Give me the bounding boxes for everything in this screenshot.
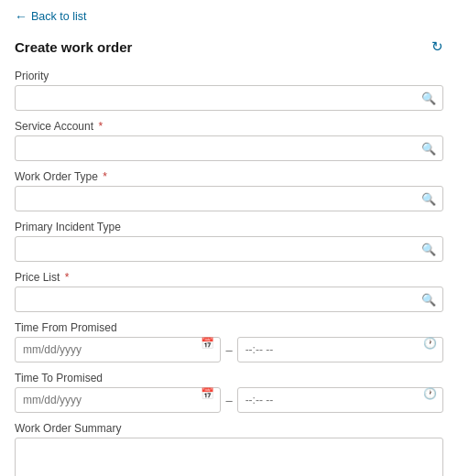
time-from-dash: – bbox=[224, 343, 233, 357]
service-account-input[interactable] bbox=[15, 135, 443, 161]
back-arrow-icon: ← bbox=[15, 9, 27, 24]
time-to-time-input[interactable] bbox=[237, 387, 443, 413]
time-from-date-input[interactable] bbox=[15, 337, 221, 362]
time-from-date-wrapper: 📅 bbox=[15, 337, 221, 362]
back-link[interactable]: ← Back to list bbox=[15, 9, 443, 24]
work-order-summary-textarea-wrapper: ⇗ bbox=[15, 438, 443, 476]
work-order-type-required: * bbox=[100, 170, 107, 183]
price-list-field-group: Price List * 🔍 bbox=[15, 271, 443, 312]
refresh-icon[interactable]: ↻ bbox=[431, 38, 443, 55]
primary-incident-type-input[interactable] bbox=[15, 236, 443, 262]
back-link-text: Back to list bbox=[31, 10, 86, 23]
service-account-label: Service Account * bbox=[15, 120, 443, 133]
time-to-promised-field-group: Time To Promised 📅 – 🕐 bbox=[15, 372, 443, 413]
price-list-label: Price List * bbox=[15, 271, 443, 284]
service-account-required: * bbox=[95, 120, 103, 133]
time-from-time-wrapper: 🕐 bbox=[237, 337, 443, 362]
time-from-promised-label: Time From Promised bbox=[15, 321, 443, 334]
time-to-promised-row: 📅 – 🕐 bbox=[15, 387, 443, 413]
primary-incident-type-label: Primary Incident Type bbox=[15, 221, 443, 233]
time-to-date-wrapper: 📅 bbox=[15, 387, 221, 413]
work-order-type-label: Work Order Type * bbox=[15, 170, 443, 183]
time-to-promised-label: Time To Promised bbox=[15, 372, 443, 384]
work-order-type-field-group: Work Order Type * 🔍 bbox=[15, 170, 443, 211]
priority-input-wrapper: 🔍 bbox=[15, 85, 443, 111]
time-to-time-wrapper: 🕐 bbox=[237, 387, 443, 413]
time-from-promised-field-group: Time From Promised 📅 – 🕐 bbox=[15, 321, 443, 362]
primary-incident-type-input-wrapper: 🔍 bbox=[15, 236, 443, 262]
work-order-type-input-wrapper: 🔍 bbox=[15, 186, 443, 211]
work-order-summary-field-group: Work Order Summary ⇗ bbox=[15, 422, 443, 476]
priority-label: Priority bbox=[15, 70, 443, 82]
time-from-promised-row: 📅 – 🕐 bbox=[15, 337, 443, 362]
time-to-dash: – bbox=[224, 394, 233, 407]
work-order-summary-label: Work Order Summary bbox=[15, 422, 443, 435]
price-list-input-wrapper: 🔍 bbox=[15, 287, 443, 312]
time-from-time-input[interactable] bbox=[237, 337, 443, 362]
priority-field-group: Priority 🔍 bbox=[15, 70, 443, 111]
price-list-required: * bbox=[61, 271, 69, 284]
page-title: Create work order bbox=[15, 39, 132, 55]
page-container: ← Back to list Create work order ↻ Prior… bbox=[0, 0, 458, 476]
price-list-input[interactable] bbox=[15, 287, 443, 312]
page-header: Create work order ↻ bbox=[15, 38, 443, 55]
service-account-input-wrapper: 🔍 bbox=[15, 135, 443, 161]
priority-input[interactable] bbox=[15, 85, 443, 111]
work-order-type-input[interactable] bbox=[15, 186, 443, 211]
time-to-date-input[interactable] bbox=[15, 387, 221, 413]
service-account-field-group: Service Account * 🔍 bbox=[15, 120, 443, 161]
work-order-summary-textarea[interactable] bbox=[15, 438, 443, 476]
primary-incident-type-field-group: Primary Incident Type 🔍 bbox=[15, 221, 443, 262]
